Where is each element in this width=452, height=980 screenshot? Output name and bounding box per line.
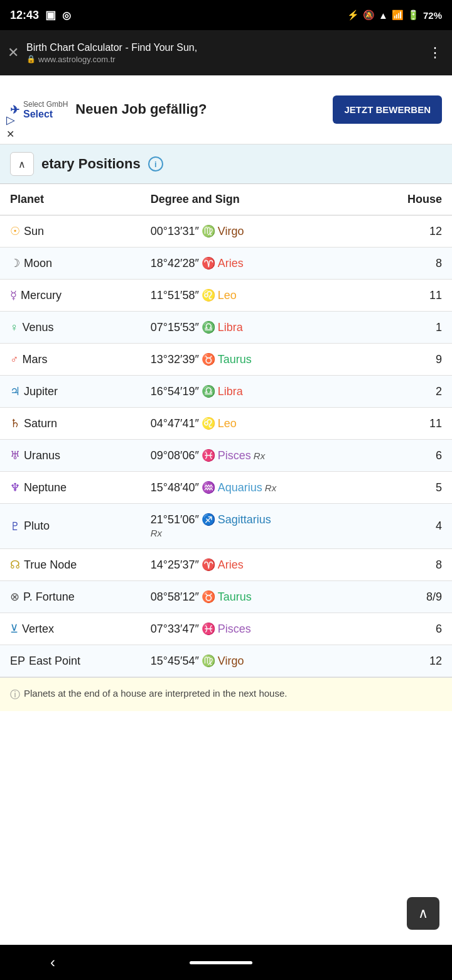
- ad-cta-button[interactable]: JETZT BEWERBEN: [333, 95, 442, 124]
- planet-cell: ☽ Moon: [0, 248, 141, 280]
- sign-name: Libra: [218, 321, 243, 334]
- mute-icon: 🔕: [363, 9, 375, 21]
- house-cell: 5: [367, 472, 452, 504]
- collapse-button[interactable]: ∧: [10, 152, 34, 176]
- table-header-row: Planet Degree and Sign House: [0, 184, 452, 215]
- sign-symbol: ♉: [202, 590, 215, 604]
- planet-name-cell: ☉ Sun: [10, 224, 131, 238]
- sign-symbol: ♍: [202, 654, 215, 668]
- sign-symbol: ♈: [202, 558, 215, 572]
- sign-name: Aries: [218, 257, 244, 270]
- planet-table: Planet Degree and Sign House ☉ Sun 00°13…: [0, 184, 452, 677]
- footer-note: ⓘ Planets at the end of a house are inte…: [0, 677, 452, 711]
- planet-name-text: Pluto: [24, 520, 50, 533]
- section-title: etary Positions: [41, 156, 141, 172]
- house-cell: 8/9: [367, 581, 452, 613]
- house-cell: 9: [367, 344, 452, 376]
- house-cell: 6: [367, 613, 452, 645]
- table-row: ♀ Venus 07°15′53″ ♎ Libra 1: [0, 312, 452, 344]
- ad-play-button[interactable]: ▷: [6, 113, 15, 127]
- close-tab-button[interactable]: ✕: [8, 45, 19, 61]
- planet-name-text: East Point: [29, 655, 80, 668]
- sign-cell: 08°58′12″ ♉ Taurus: [151, 590, 357, 604]
- rx-label: Rx: [265, 482, 276, 493]
- degree-value: 18°42′28″: [151, 257, 199, 270]
- sign-name: Taurus: [218, 353, 252, 366]
- col-planet: Planet: [0, 184, 141, 215]
- nav-home-pill[interactable]: [190, 961, 252, 964]
- sign-cell: 15°48′40″ ♒ Aquarius Rx: [151, 481, 357, 494]
- house-cell: 4: [367, 504, 452, 549]
- table-row: ⊗ P. Fortune 08°58′12″ ♉ Taurus 8/9: [0, 581, 452, 613]
- browser-menu-button[interactable]: ⋮: [426, 42, 444, 63]
- scroll-to-top-button[interactable]: ∧: [407, 897, 439, 930]
- planet-name-cell: ☽ Moon: [10, 256, 131, 270]
- planet-symbol: ♀: [10, 321, 19, 334]
- sign-cell: 21°51′06″ ♐ Sagittarius: [151, 513, 357, 526]
- planet-name-cell: ♅ Uranus: [10, 449, 131, 462]
- rx-label: Rx: [151, 526, 357, 540]
- planet-cell: ☿ Mercury: [0, 280, 141, 312]
- sign-cell: 11°51′58″ ♌ Leo: [151, 288, 357, 302]
- bluetooth-icon: ⚡: [347, 9, 359, 21]
- degree-sign-cell: 15°45′54″ ♍ Virgo: [141, 645, 367, 677]
- planet-cell: ⊻ Vertex: [0, 613, 141, 645]
- signal-icon: 📶: [392, 9, 404, 21]
- sign-symbol: ♓: [202, 622, 215, 636]
- table-row: ☉ Sun 00°13′31″ ♍ Virgo 12: [0, 215, 452, 248]
- sign-cell: 07°33′47″ ♓ Pisces: [151, 622, 357, 636]
- planet-name-text: Sun: [24, 225, 44, 238]
- planet-name-cell: ☿ Mercury: [10, 288, 131, 302]
- browser-bar: ✕ Birth Chart Calculator - Find Your Sun…: [0, 30, 452, 75]
- degree-sign-cell: 15°48′40″ ♒ Aquarius Rx: [141, 472, 367, 504]
- battery-level: 72%: [423, 10, 442, 21]
- planet-name-cell: ⊗ P. Fortune: [10, 590, 131, 604]
- info-icon[interactable]: i: [148, 156, 163, 172]
- sign-name: Sagittarius: [218, 513, 271, 526]
- table-row: ♂ Mars 13°32′39″ ♉ Taurus 9: [0, 344, 452, 376]
- time-display: 12:43: [10, 9, 39, 22]
- back-button[interactable]: ‹: [50, 954, 55, 971]
- sign-symbol: ♐: [202, 513, 215, 526]
- sign-cell: 13°32′39″ ♉ Taurus: [151, 352, 357, 366]
- sign-symbol: ♎: [202, 320, 215, 334]
- planet-name-cell: ♂ Mars: [10, 353, 131, 366]
- planet-name-text: P. Fortune: [23, 591, 75, 604]
- table-row: ⊻ Vertex 07°33′47″ ♓ Pisces 6: [0, 613, 452, 645]
- ad-logo: ✈ Select GmbH Select: [10, 100, 68, 120]
- table-row: ☽ Moon 18°42′28″ ♈ Aries 8: [0, 248, 452, 280]
- degree-sign-cell: 07°33′47″ ♓ Pisces: [141, 613, 367, 645]
- planet-symbol: ♄: [10, 416, 20, 430]
- status-bar: 12:43 ▣ ◎ ⚡ 🔕 ▲ 📶 🔋 72%: [0, 0, 452, 30]
- planet-name-cell: EP East Point: [10, 655, 131, 668]
- degree-value: 21°51′06″: [151, 513, 199, 526]
- sign-name: Leo: [218, 289, 237, 302]
- url-text: www.astrology.com.tr: [38, 55, 116, 64]
- section-title-text: etary Positions: [41, 156, 141, 172]
- planet-name-cell: ♃ Jupiter: [10, 384, 131, 398]
- sign-symbol: ♍: [202, 224, 215, 238]
- degree-value: 11°51′58″: [151, 289, 199, 302]
- chevron-up-scroll-icon: ∧: [418, 905, 428, 922]
- sign-symbol: ♎: [202, 384, 215, 398]
- house-cell: 8: [367, 248, 452, 280]
- degree-sign-cell: 04°47′41″ ♌ Leo: [141, 408, 367, 440]
- sign-cell: 14°25′37″ ♈ Aries: [151, 558, 357, 572]
- sign-cell: 07°15′53″ ♎ Libra: [151, 320, 357, 334]
- sign-cell: 04°47′41″ ♌ Leo: [151, 416, 357, 430]
- planet-name-text: Mars: [23, 353, 48, 366]
- planet-symbol: ⊗: [10, 590, 19, 604]
- degree-value: 04°47′41″: [151, 417, 199, 430]
- planet-name-text: True Node: [24, 558, 77, 572]
- sign-symbol: ♈: [202, 256, 215, 270]
- ad-banner: ▷ ✕ ✈ Select GmbH Select Neuen Job gefäl…: [0, 75, 452, 144]
- ad-close-button[interactable]: ✕: [6, 128, 15, 140]
- degree-value: 15°48′40″: [151, 481, 199, 494]
- footer-note-text: Planets at the end of a house are interp…: [24, 687, 287, 701]
- planet-symbol: ☿: [10, 288, 17, 302]
- planet-symbol: ☉: [10, 224, 20, 238]
- planet-symbol: ♆: [10, 481, 20, 494]
- browser-url: 🔒 www.astrology.com.tr: [26, 55, 418, 64]
- house-cell: 2: [367, 376, 452, 408]
- planet-name-text: Uranus: [24, 449, 60, 462]
